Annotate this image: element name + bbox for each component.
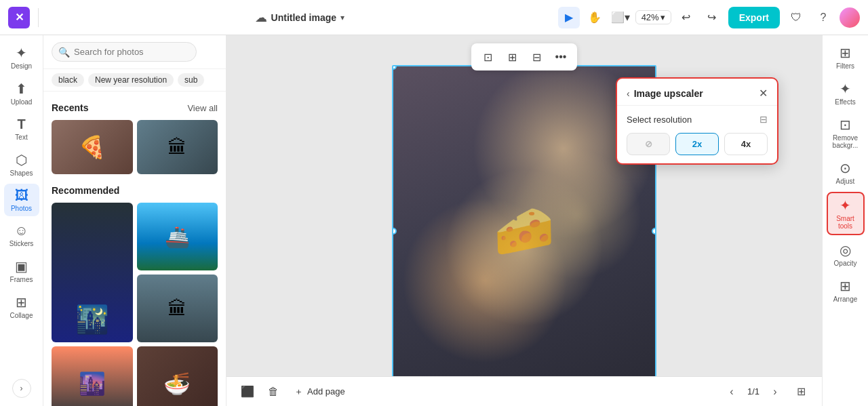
remove-bg-icon: ⊡	[840, 117, 851, 133]
frame-tool-button[interactable]: ⬜▾	[610, 7, 631, 28]
effects-icon: ✦	[840, 81, 851, 97]
canvas-toolbar: ⊡ ⊞ ⊟ •••	[471, 43, 577, 70]
bottom-bar: ⬛ 🗑 ＋ Add page ‹ 1/1 › ⊞	[226, 376, 822, 406]
sidebar-item-stickers[interactable]: ☺ Stickers	[4, 219, 39, 251]
zoom-control[interactable]: 42% ▾	[635, 10, 671, 24]
image-upscaler-popup: ‹ Image upscaler ✕ Select resolution ⊟ ⊘…	[616, 77, 778, 165]
recommended-grid: 🌃 🚢 🏛 🌆 🍜 🌿	[52, 203, 218, 406]
stickers-icon: ☺	[14, 223, 28, 239]
shapes-icon: ⬡	[16, 152, 27, 168]
next-page-button[interactable]: ›	[765, 382, 785, 402]
sidebar-collapse-button[interactable]: ›	[12, 379, 31, 398]
sidebar-item-collage[interactable]: ⊞ Collage	[4, 290, 39, 323]
zoom-value: 42%	[642, 12, 659, 22]
recent-image-2[interactable]: 🏛	[137, 120, 218, 174]
sidebar-label-design: Design	[11, 62, 32, 70]
prev-page-button[interactable]: ‹	[722, 382, 742, 402]
rec-image-tall-left[interactable]: 🌃	[52, 203, 133, 342]
rec-image-mid-right[interactable]: 🏛	[137, 275, 218, 342]
crop-tool-button[interactable]: ⊡	[477, 46, 498, 68]
resolution-label: Select resolution	[627, 115, 692, 125]
resize-handle-mid-right[interactable]	[652, 228, 656, 235]
popup-close-button[interactable]: ✕	[759, 87, 768, 100]
right-tool-effects[interactable]: ✦ Effects	[827, 77, 865, 110]
search-input[interactable]	[52, 42, 197, 62]
tag-black[interactable]: black	[52, 73, 84, 87]
right-tool-filters[interactable]: ⊞ Filters	[827, 41, 865, 74]
topbar-center: ☁ Untitled image ▾	[47, 10, 553, 25]
right-tool-remove-bg[interactable]: ⊡ Remove backgr...	[827, 113, 865, 153]
right-tool-adjust[interactable]: ⊙ Adjust	[827, 156, 865, 189]
sidebar-item-shapes[interactable]: ⬡ Shapes	[4, 148, 39, 181]
sidebar-item-upload[interactable]: ⬆ Upload	[4, 77, 39, 110]
info-icon: ⊟	[760, 114, 768, 125]
search-icon: 🔍	[58, 47, 70, 58]
resolution-4x-button[interactable]: 4x	[724, 133, 768, 155]
export-button[interactable]: Export	[728, 7, 780, 28]
redo-button[interactable]: ↪	[701, 7, 723, 28]
logo[interactable]: ✕	[8, 7, 30, 28]
tag-new-year[interactable]: New year resolution	[88, 73, 174, 87]
help-button[interactable]: ?	[812, 7, 834, 28]
view-all-button[interactable]: View all	[187, 103, 218, 113]
design-icon: ✦	[16, 45, 27, 61]
popup-title-row: ‹ Image upscaler	[627, 88, 703, 99]
title-chevron-icon[interactable]: ▾	[340, 13, 344, 22]
more-options-button[interactable]: •••	[550, 46, 572, 68]
grid-tool-button[interactable]: ⊞	[501, 46, 523, 68]
fit-page-button[interactable]: ⊞	[791, 382, 811, 402]
popup-back-button[interactable]: ‹	[627, 88, 630, 99]
popup-body: Select resolution ⊟ ⊘ 2x 4x	[617, 106, 777, 163]
recents-header: Recents View all	[52, 102, 218, 113]
right-sidebar: ⊞ Filters ✦ Effects ⊡ Remove backgr... ⊙…	[822, 35, 868, 406]
undo-button[interactable]: ↩	[675, 7, 697, 28]
collage-icon: ⊞	[16, 294, 27, 310]
add-page-label: Add page	[307, 386, 345, 397]
right-tool-smart-tools[interactable]: ✦ Smart tools	[827, 192, 865, 235]
frames-icon: ▣	[15, 258, 28, 275]
select-tool-button[interactable]: ▶	[558, 7, 580, 28]
avatar[interactable]	[840, 7, 860, 28]
left-panel: 🔍 black New year resolution sub Recents …	[43, 35, 226, 406]
rec-image-city-left[interactable]: 🌆	[52, 346, 133, 406]
rec-image-food-right[interactable]: 🍜	[137, 346, 218, 406]
resolution-none-button[interactable]: ⊘	[627, 133, 670, 155]
remove-bg-label: Remove backgr...	[829, 134, 862, 149]
recent-image-1[interactable]: 🍕	[52, 120, 133, 174]
rec-image-top-right[interactable]: 🚢	[137, 203, 218, 270]
topbar-tools: ▶ ✋ ⬜▾ 42% ▾ ↩ ↪	[558, 7, 723, 28]
sidebar-item-design[interactable]: ✦ Design	[4, 41, 39, 74]
sidebar-item-frames[interactable]: ▣ Frames	[4, 254, 39, 287]
copy-style-button[interactable]: ⊟	[526, 46, 547, 68]
filters-icon: ⊞	[840, 45, 851, 61]
hand-tool-button[interactable]: ✋	[584, 7, 606, 28]
delete-page-button[interactable]: 🗑	[263, 382, 283, 402]
smart-tools-label: Smart tools	[831, 215, 861, 230]
tag-sub[interactable]: sub	[178, 73, 204, 87]
sidebar-item-photos[interactable]: 🖼 Photos	[4, 184, 39, 216]
page-thumbnail-button[interactable]: ⬛	[237, 382, 258, 402]
search-bar: 🔍	[43, 35, 226, 69]
popup-title: Image upscaler	[634, 88, 703, 99]
right-tool-arrange[interactable]: ⊞ Arrange	[827, 274, 865, 307]
add-page-icon: ＋	[294, 386, 303, 398]
resolution-2x-button[interactable]: 2x	[675, 133, 719, 155]
arrange-label: Arrange	[833, 296, 858, 303]
zoom-chevron-icon: ▾	[660, 12, 665, 22]
cloud-icon: ☁	[255, 10, 267, 25]
shield-button[interactable]: 🛡	[785, 7, 807, 28]
sidebar-label-upload: Upload	[11, 98, 33, 106]
sidebar-label-text: Text	[15, 134, 27, 141]
add-page-button[interactable]: ＋ Add page	[289, 383, 351, 401]
panel-content: Recents View all 🍕 🏛 Recommended 🌃 🚢 🏛 🌆…	[43, 92, 226, 406]
document-title[interactable]: Untitled image	[271, 12, 336, 23]
text-icon: T	[17, 117, 25, 132]
sidebar-label-frames: Frames	[10, 276, 33, 283]
sidebar-label-collage: Collage	[10, 312, 33, 319]
opacity-label: Opacity	[834, 260, 857, 267]
adjust-icon: ⊙	[840, 160, 851, 176]
right-tool-opacity[interactable]: ◎ Opacity	[827, 238, 865, 271]
topbar-right: Export 🛡 ?	[728, 7, 860, 28]
sidebar-item-text[interactable]: T Text	[4, 113, 39, 145]
left-icon-bar: ✦ Design ⬆ Upload T Text ⬡ Shapes 🖼 Phot…	[0, 35, 43, 406]
